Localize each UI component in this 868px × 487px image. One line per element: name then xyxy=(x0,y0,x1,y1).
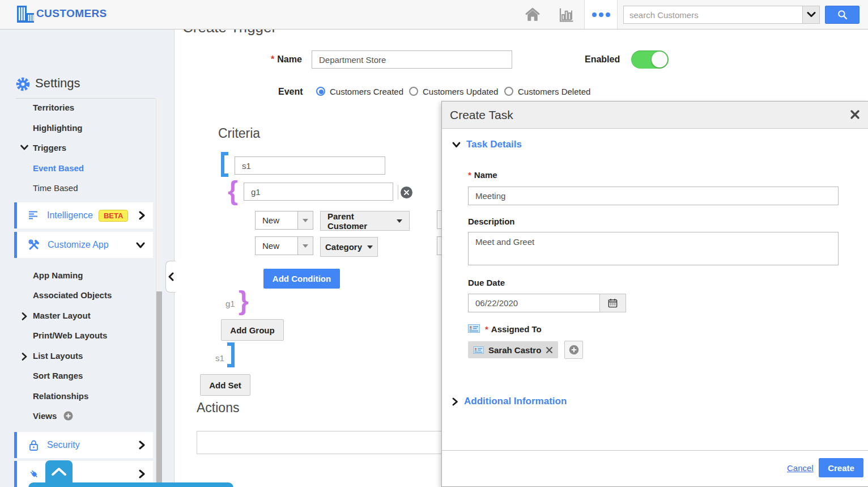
add-view-plus-icon[interactable] xyxy=(61,413,73,422)
cancel-link[interactable]: Cancel xyxy=(787,463,814,473)
sidebar-item-triggers[interactable]: Triggers xyxy=(33,140,66,156)
group-name-input[interactable] xyxy=(244,183,393,201)
task-name-input[interactable] xyxy=(468,187,839,205)
radio-label: Customers Deleted xyxy=(518,87,590,96)
sidebar-item-highlighting[interactable]: Highlighting xyxy=(33,120,82,136)
plug-icon xyxy=(28,468,40,480)
sidebar-item-label: Views xyxy=(33,411,57,421)
radio-customers-created[interactable]: Customers Created xyxy=(316,86,403,96)
actions-empty-field[interactable] xyxy=(197,431,442,454)
task-details-section-toggle[interactable]: Task Details xyxy=(452,139,522,150)
field-label: Category xyxy=(325,242,362,252)
group-close-brace: } xyxy=(239,288,249,313)
field-label: Parent Customer xyxy=(327,211,392,231)
customers-logo-icon xyxy=(16,5,35,24)
chevron-right-icon xyxy=(139,441,145,450)
add-condition-button[interactable]: Add Condition xyxy=(263,269,340,289)
sidebar-item-time-based[interactable]: Time Based xyxy=(33,180,78,196)
panel-header: Create Task xyxy=(442,101,868,129)
sidebar-item-territories[interactable]: Territories xyxy=(33,100,74,116)
panel-title: Create Task xyxy=(450,101,513,129)
search-input[interactable] xyxy=(623,6,803,24)
trigger-name-input[interactable] xyxy=(312,50,512,69)
sidebar-item-master-layout[interactable]: Master Layout xyxy=(33,308,91,324)
sidebar-item-print-web-layouts[interactable]: Print/Web Layouts xyxy=(33,328,107,344)
bottom-notification-bar[interactable] xyxy=(28,482,233,487)
record-state-select[interactable]: New xyxy=(255,236,313,255)
add-assignee-button[interactable] xyxy=(564,341,583,359)
due-date-label: Due Date xyxy=(468,278,505,287)
sidebar-item-sort-ranges[interactable]: Sort Ranges xyxy=(33,368,83,384)
group-open-brace: { xyxy=(228,178,238,203)
due-date-input[interactable] xyxy=(468,294,600,312)
chevron-right-icon xyxy=(139,469,145,478)
contact-card-icon xyxy=(473,346,484,354)
toggle-knob xyxy=(652,52,667,67)
sidebar-item-list-layouts[interactable]: List Layouts xyxy=(33,348,83,364)
ellipsis-icon xyxy=(592,12,611,18)
contact-card-icon xyxy=(468,324,480,333)
chevron-down-icon xyxy=(136,242,145,248)
search-icon xyxy=(837,9,848,20)
add-group-button[interactable]: Add Group xyxy=(221,319,284,341)
set-close-label: s1 xyxy=(215,353,224,363)
sidebar-item-app-naming[interactable]: App Naming xyxy=(33,268,83,283)
beta-badge: BETA xyxy=(99,210,128,222)
enabled-label: Enabled xyxy=(585,54,620,65)
home-icon[interactable] xyxy=(524,6,541,23)
radio-label: Customers Updated xyxy=(423,87,498,96)
set-name-input[interactable] xyxy=(235,156,385,175)
sidebar-section-security[interactable]: Security xyxy=(14,432,153,458)
set-open-bracket xyxy=(221,152,228,177)
section-label: Security xyxy=(47,440,80,450)
chevron-down-icon xyxy=(20,145,28,150)
section-label: Customize App xyxy=(48,240,109,250)
chevron-up-icon xyxy=(52,467,66,476)
remove-assignee-icon[interactable] xyxy=(546,346,553,354)
add-set-button[interactable]: Add Set xyxy=(200,374,250,396)
field-picker-button[interactable]: Parent Customer xyxy=(320,211,410,231)
reports-chart-icon[interactable] xyxy=(558,6,575,23)
sidebar-item-event-based[interactable]: Event Based xyxy=(33,160,84,176)
sidebar-item-relationships[interactable]: Relationships xyxy=(33,388,88,404)
sidebar-collapse-handle[interactable] xyxy=(165,261,176,293)
date-picker-button[interactable] xyxy=(599,294,626,312)
divider xyxy=(398,185,398,200)
divider xyxy=(16,98,155,99)
more-menu-button[interactable] xyxy=(584,0,618,29)
caret-down-icon xyxy=(397,219,402,223)
sidebar-section-customize-app[interactable]: Customize App xyxy=(14,232,153,258)
sidebar-scrollbar-thumb[interactable] xyxy=(156,291,162,487)
chevron-down-icon xyxy=(452,142,461,148)
sidebar-section-intelligence[interactable]: Intelligence BETA xyxy=(14,202,153,228)
required-marker: * xyxy=(485,324,488,334)
description-textarea[interactable]: Meet and Greet xyxy=(468,232,839,265)
required-marker: * xyxy=(271,54,274,64)
select-value: New xyxy=(256,211,297,229)
gear-icon xyxy=(15,77,31,92)
panel-footer: Cancel Create xyxy=(442,450,868,486)
additional-information-section-toggle[interactable]: Additional Information xyxy=(452,396,567,407)
remove-group-icon[interactable] xyxy=(401,187,412,198)
create-task-panel: Create Task Task Details *Name Descripti… xyxy=(441,101,868,487)
chevron-right-icon xyxy=(22,312,27,320)
sidebar-item-associated-objects[interactable]: Associated Objects xyxy=(33,287,112,303)
chevron-down-icon xyxy=(807,12,816,18)
radio-customers-deleted[interactable]: Customers Deleted xyxy=(504,86,590,96)
create-button[interactable]: Create xyxy=(819,458,863,477)
app-title: CUSTOMERS xyxy=(36,7,107,20)
search-button[interactable] xyxy=(825,6,860,24)
plus-circle-icon xyxy=(569,345,579,355)
actions-heading: Actions xyxy=(197,400,239,416)
trigger-name-label: *Name xyxy=(271,54,302,65)
sidebar-item-views[interactable]: Views xyxy=(33,408,73,424)
close-icon[interactable] xyxy=(850,109,860,120)
record-state-select[interactable]: New xyxy=(255,211,313,230)
section-label: Intelligence xyxy=(47,210,93,221)
enabled-toggle[interactable] xyxy=(631,50,669,69)
radio-customers-updated[interactable]: Customers Updated xyxy=(409,86,498,96)
search-scope-dropdown[interactable] xyxy=(802,6,820,24)
field-picker-button[interactable]: Category xyxy=(320,237,378,257)
calendar-icon xyxy=(607,298,618,308)
radio-selected-icon xyxy=(316,87,325,96)
